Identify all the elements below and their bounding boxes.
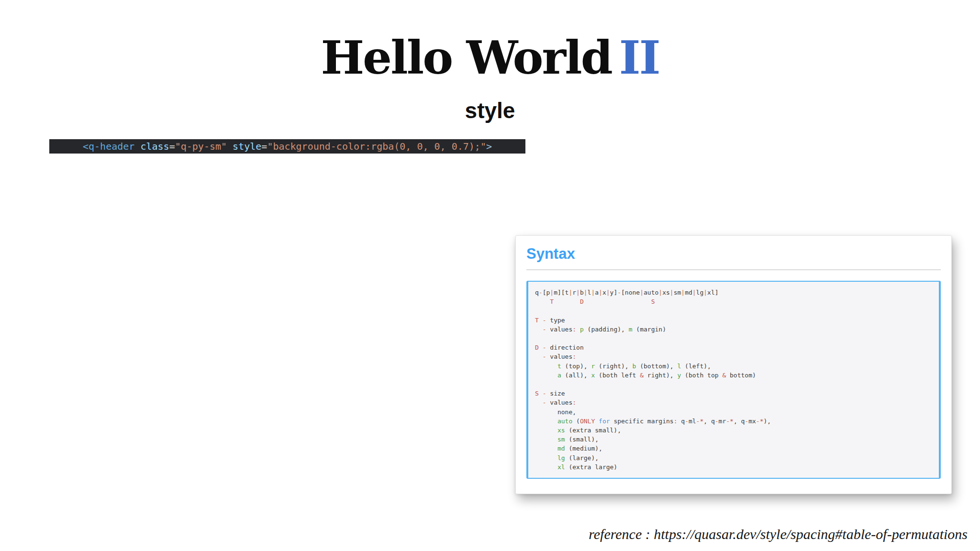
code-line: q-[p|m][t|r|b|l|a|x|y]-[none|auto|xs|sm|… [535, 288, 932, 297]
code-line: none, [535, 408, 932, 417]
reference-text: reference : https://quasar.dev/style/spa… [589, 526, 968, 542]
code-line: lg (large), [535, 453, 932, 463]
code-line: xs (extra small), [535, 426, 932, 435]
code-line: sm (small), [535, 435, 932, 444]
divider [526, 269, 941, 270]
code-line [535, 380, 932, 389]
slide-title: Hello WorldII [0, 32, 980, 84]
code-line: T D S [535, 297, 932, 306]
code-line [535, 306, 932, 315]
code-line: - values: [535, 352, 932, 361]
code-line: md (medium), [535, 444, 932, 453]
syntax-panel: Syntax q-[p|m][t|r|b|l|a|x|y]-[none|auto… [515, 235, 952, 494]
code-line [535, 334, 932, 343]
code-line: t (top), r (right), b (bottom), l (left)… [535, 362, 932, 371]
code-line: T - type [535, 316, 932, 325]
code-line: D - direction [535, 343, 932, 352]
slide-subtitle: style [0, 99, 980, 123]
code-line: S - size [535, 389, 932, 398]
code-line: - values: [535, 398, 932, 407]
slide-title-suffix: II [619, 31, 659, 85]
code-line: auto (ONLY for specific margins: q-ml-*,… [535, 417, 932, 426]
syntax-panel-heading: Syntax [526, 245, 941, 263]
code-line: a (all), x (both left & right), y (both … [535, 371, 932, 380]
code-snippet-bar: <q-header class="q-py-sm" style="backgro… [49, 139, 525, 154]
slide-title-main: Hello World [321, 31, 611, 85]
code-line: - values: p (padding), m (margin) [535, 325, 932, 334]
code-line: xl (extra large) [535, 463, 932, 472]
syntax-code-block: q-[p|m][t|r|b|l|a|x|y]-[none|auto|xs|sm|… [526, 281, 941, 479]
